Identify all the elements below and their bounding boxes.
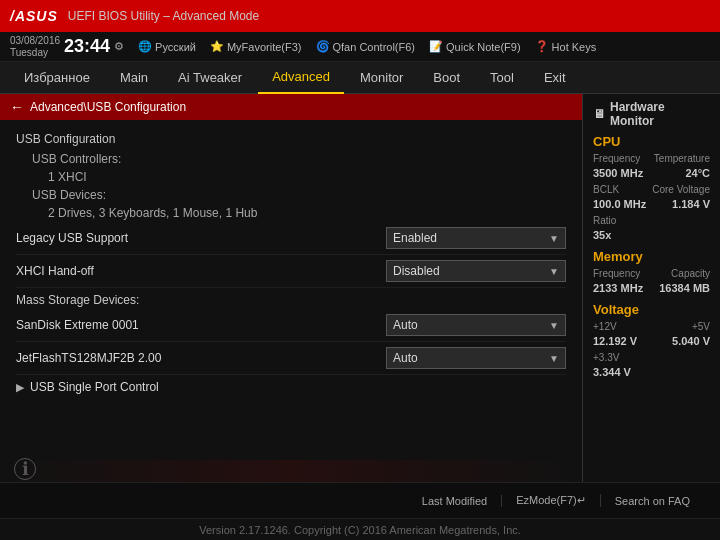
date-display: 03/08/2016Tuesday xyxy=(10,35,60,59)
myfavorite-button[interactable]: ⭐ MyFavorite(F3) xyxy=(210,40,302,53)
qfan-label: Qfan Control(F6) xyxy=(333,41,416,53)
nav-main[interactable]: Main xyxy=(106,62,162,94)
xhci-handoff-dropdown[interactable]: Disabled ▼ xyxy=(386,260,566,282)
v12-v5-labels-row: +12V +5V xyxy=(593,321,710,332)
nav-exit[interactable]: Exit xyxy=(530,62,580,94)
v5-value: 5.040 V xyxy=(672,335,710,347)
cpu-temp-label: Temperature xyxy=(654,153,710,164)
cpu-bclk-vals-row: 100.0 MHz 1.184 V xyxy=(593,198,710,212)
search-faq-button[interactable]: Search on FAQ xyxy=(601,495,704,507)
content-inner: USB Configuration USB Controllers: 1 XHC… xyxy=(0,120,582,407)
xhci-handoff-label: XHCI Hand-off xyxy=(16,264,386,278)
mass-storage-title: Mass Storage Devices: xyxy=(16,288,566,309)
search-faq-label: Search on FAQ xyxy=(615,495,690,507)
nav-izbrannoye[interactable]: Избранное xyxy=(10,62,104,94)
memory-section-title: Memory xyxy=(593,249,710,264)
qfan-button[interactable]: 🌀 Qfan Control(F6) xyxy=(316,40,416,53)
mem-cap-label: Capacity xyxy=(671,268,710,279)
jetflash-dropdown[interactable]: Auto ▼ xyxy=(386,347,566,369)
sandisk-row: SanDisk Extreme 0001 Auto ▼ xyxy=(16,309,566,342)
v5-label: +5V xyxy=(692,321,710,332)
header-title: UEFI BIOS Utility – Advanced Mode xyxy=(68,9,259,23)
info-icon[interactable]: ℹ xyxy=(14,458,36,480)
mem-freq-value: 2133 MHz xyxy=(593,282,643,294)
v33-value: 3.344 V xyxy=(593,366,631,378)
breadcrumb-text: Advanced\USB Configuration xyxy=(30,100,186,114)
last-modified-label: Last Modified xyxy=(422,495,487,507)
v12-v5-vals-row: 12.192 V 5.040 V xyxy=(593,335,710,349)
usb-devices-label: USB Devices: xyxy=(16,186,566,204)
language-selector[interactable]: 🌐 Русский xyxy=(138,40,196,53)
xhci-handoff-row: XHCI Hand-off Disabled ▼ xyxy=(16,255,566,288)
nav-ai-tweaker[interactable]: Ai Tweaker xyxy=(164,62,256,94)
ez-mode-button[interactable]: EzMode(F7)↵ xyxy=(502,494,601,507)
header-bar: /ASUS UEFI BIOS Utility – Advanced Mode xyxy=(0,0,720,32)
dropdown-arrow-4: ▼ xyxy=(549,353,559,364)
v33-label: +3.3V xyxy=(593,352,619,363)
usb-port-control-label: USB Single Port Control xyxy=(30,380,159,394)
asus-logo: /ASUS xyxy=(10,8,58,24)
cpu-freq-row: Frequency Temperature xyxy=(593,153,710,164)
info-bar: 03/08/2016Tuesday 23:44 ⚙ 🌐 Русский ⭐ My… xyxy=(0,32,720,62)
quicknote-label: Quick Note(F9) xyxy=(446,41,521,53)
datetime-display: 03/08/2016Tuesday 23:44 ⚙ xyxy=(10,35,124,59)
core-voltage-label: Core Voltage xyxy=(652,184,710,195)
cpu-temp-value: 24°C xyxy=(685,167,710,179)
ratio-val-row: 35x xyxy=(593,229,710,243)
mem-freq-label: Frequency xyxy=(593,268,640,279)
jetflash-row: JetFlashTS128MJF2B 2.00 Auto ▼ xyxy=(16,342,566,375)
nav-boot[interactable]: Boot xyxy=(419,62,474,94)
breadcrumb: ← Advanced\USB Configuration xyxy=(0,94,582,120)
bclk-label: BCLK xyxy=(593,184,619,195)
content-area: ← Advanced\USB Configuration USB Configu… xyxy=(0,94,582,482)
cpu-freq-label: Frequency xyxy=(593,153,640,164)
nav-advanced[interactable]: Advanced xyxy=(258,62,344,94)
legacy-usb-dropdown[interactable]: Enabled ▼ xyxy=(386,227,566,249)
mem-labels-row: Frequency Capacity xyxy=(593,268,710,279)
usb-port-control-row[interactable]: ▶ USB Single Port Control xyxy=(16,375,566,399)
usb-config-title: USB Configuration xyxy=(16,128,566,150)
v12-value: 12.192 V xyxy=(593,335,637,347)
myfavorite-label: MyFavorite(F3) xyxy=(227,41,302,53)
ratio-label-row: Ratio xyxy=(593,215,710,226)
usb-controllers-value: 1 XHCI xyxy=(16,168,566,186)
dropdown-arrow-2: ▼ xyxy=(549,266,559,277)
hardware-monitor-panel: 🖥 Hardware Monitor CPU Frequency Tempera… xyxy=(582,94,720,482)
mem-cap-value: 16384 MB xyxy=(659,282,710,294)
ratio-label: Ratio xyxy=(593,215,616,226)
cpu-section-title: CPU xyxy=(593,134,710,149)
v12-label: +12V xyxy=(593,321,617,332)
nav-monitor[interactable]: Monitor xyxy=(346,62,417,94)
bclk-value: 100.0 MHz xyxy=(593,198,646,210)
back-button[interactable]: ← xyxy=(10,99,24,115)
date-text: 03/08/2016Tuesday xyxy=(10,35,60,59)
sandisk-dropdown[interactable]: Auto ▼ xyxy=(386,314,566,336)
usb-controllers-label: USB Controllers: xyxy=(16,150,566,168)
navigation-bar: Избранное Main Ai Tweaker Advanced Monit… xyxy=(0,62,720,94)
quicknote-button[interactable]: 📝 Quick Note(F9) xyxy=(429,40,521,53)
legacy-usb-value: Enabled xyxy=(393,231,437,245)
footer: Version 2.17.1246. Copyright (C) 2016 Am… xyxy=(0,518,720,540)
language-label: Русский xyxy=(155,41,196,53)
usb-devices-value: 2 Drives, 3 Keyboards, 1 Mouse, 1 Hub xyxy=(16,204,566,222)
cpu-bclk-labels-row: BCLK Core Voltage xyxy=(593,184,710,195)
footer-text: Version 2.17.1246. Copyright (C) 2016 Am… xyxy=(199,524,521,536)
hotkeys-button[interactable]: ❓ Hot Keys xyxy=(535,40,597,53)
star-icon: ⭐ xyxy=(210,40,224,53)
help-icon: ❓ xyxy=(535,40,549,53)
cpu-freq-val-row: 3500 MHz 24°C xyxy=(593,167,710,181)
jetflash-label: JetFlashTS128MJF2B 2.00 xyxy=(16,351,386,365)
nav-tool[interactable]: Tool xyxy=(476,62,528,94)
main-layout: ← Advanced\USB Configuration USB Configu… xyxy=(0,94,720,482)
settings-icon[interactable]: ⚙ xyxy=(114,40,124,53)
last-modified-button[interactable]: Last Modified xyxy=(408,495,502,507)
v33-val-row: 3.344 V xyxy=(593,366,710,380)
legacy-usb-label: Legacy USB Support xyxy=(16,231,386,245)
cpu-freq-value: 3500 MHz xyxy=(593,167,643,179)
legacy-usb-row: Legacy USB Support Enabled ▼ xyxy=(16,222,566,255)
time-text: 23:44 xyxy=(64,36,110,57)
note-icon: 📝 xyxy=(429,40,443,53)
sandisk-value: Auto xyxy=(393,318,418,332)
xhci-handoff-value: Disabled xyxy=(393,264,440,278)
jetflash-value: Auto xyxy=(393,351,418,365)
